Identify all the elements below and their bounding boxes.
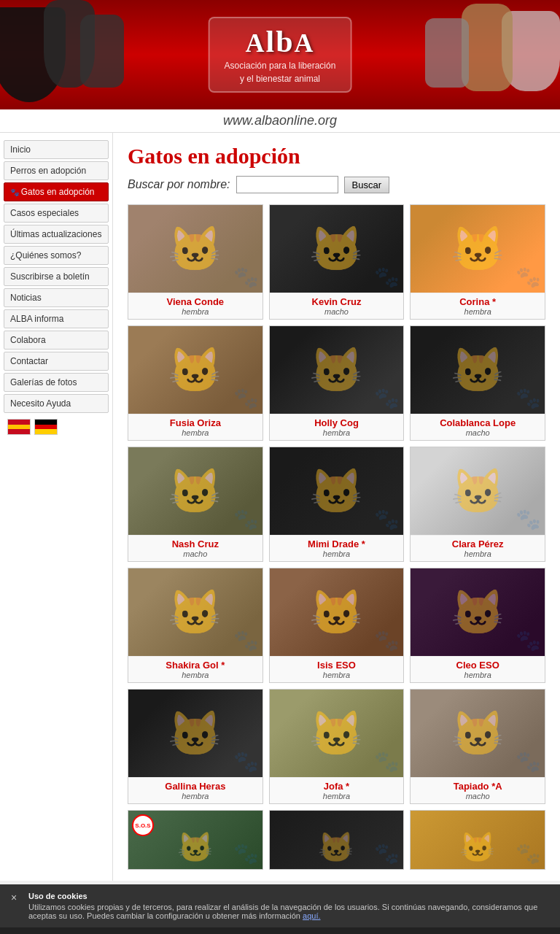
cat-info-cleo-eso: Cleo ESO hembra xyxy=(411,656,545,682)
bottom-bar: ↻ www.albaonline.org/Gatos-e ••• xyxy=(0,927,560,934)
cat-photo-kevin-cruz: 🐱 xyxy=(270,205,404,293)
cat-name: Clara Pérez xyxy=(415,539,540,549)
cat-gender: hembra xyxy=(133,792,258,800)
sidebar-item-necesito-ayuda[interactable]: Necesito Ayuda xyxy=(4,394,109,413)
cookie-more-link[interactable]: aquí. xyxy=(303,911,320,920)
sidebar-item-gatos[interactable]: Gatos en adopción xyxy=(4,182,109,201)
cat-photo-corina: 🐱 xyxy=(411,205,545,293)
cat-name: Holly Cog xyxy=(274,417,400,428)
flag-spanish[interactable] xyxy=(7,419,31,435)
cat-info-tapiado: Tapiado *A macho xyxy=(411,777,545,803)
cat-photo-viena-conde: 🐱 xyxy=(128,205,262,293)
cat-name: Isis ESO xyxy=(274,660,400,671)
cat-card-isis-eso[interactable]: 🐱 Isis ESO hembra xyxy=(269,568,405,683)
cat-photo-sos: S.O.S 🐱 xyxy=(128,811,262,869)
sidebar-item-quienes[interactable]: ¿Quiénes somos? xyxy=(4,246,109,265)
cat-photo-cleo-eso: 🐱 xyxy=(411,568,545,656)
cat-name: Fusia Oriza xyxy=(133,417,258,428)
cat-gender: hembra xyxy=(133,428,258,437)
cat-gender: hembra xyxy=(415,671,540,679)
main-layout: Inicio Perros en adopción Gatos en adopc… xyxy=(0,133,560,881)
sidebar-item-noticias[interactable]: Noticias xyxy=(4,288,109,307)
logo-title: AlbA xyxy=(225,24,336,59)
sidebar-item-contactar[interactable]: Contactar xyxy=(4,352,109,371)
sidebar-item-perros[interactable]: Perros en adopción xyxy=(4,161,109,180)
cat-photo-holly-cog: 🐱 xyxy=(270,326,404,414)
cat-name: Tapiado *A xyxy=(415,781,540,792)
cookie-bar: × Uso de cookies Utilizamos cookies prop… xyxy=(0,884,560,927)
cookie-close-button[interactable]: × xyxy=(11,892,21,903)
cat-info-shakira-gol: Shakira Gol * hembra xyxy=(128,656,262,682)
sidebar: Inicio Perros en adopción Gatos en adopc… xyxy=(0,133,113,881)
cat-photo-colablanca-lope: 🐱 xyxy=(411,326,545,414)
cat-card-tapiado[interactable]: 🐱 Tapiado *A macho xyxy=(410,689,545,804)
cat-photo-partial-3: 🐱 xyxy=(411,811,545,869)
cat-photo-fusia-oriza: 🐱 xyxy=(128,326,262,414)
cat-gender: macho xyxy=(415,428,540,437)
cat-photo-shakira-gol: 🐱 xyxy=(128,568,262,656)
flag-german[interactable] xyxy=(34,419,58,435)
cat-card-sos[interactable]: S.O.S 🐱 xyxy=(128,810,263,870)
sidebar-item-inicio[interactable]: Inicio xyxy=(4,140,109,159)
cat-card-gallina-heras[interactable]: 🐱 Gallina Heras hembra xyxy=(128,689,263,804)
cat-card-shakira-gol[interactable]: 🐱 Shakira Gol * hembra xyxy=(128,568,263,683)
sidebar-item-actualizaciones[interactable]: Últimas actualizaciones xyxy=(4,225,109,244)
cat-info-viena-conde: Viena Conde hembra xyxy=(128,293,262,319)
logo-subtitle: Asociación para la liberación y el biene… xyxy=(225,59,336,85)
language-flags xyxy=(4,419,109,435)
search-button[interactable]: Buscar xyxy=(344,177,389,193)
cat-name: Colablanca Lope xyxy=(415,417,540,428)
cat-name: Nash Cruz xyxy=(133,539,258,549)
page-title: Gatos en adopción xyxy=(128,144,545,169)
cat-gender: hembra xyxy=(133,671,258,679)
cat-name: Mimi Drade * xyxy=(274,539,400,549)
sos-badge: S.O.S xyxy=(132,814,154,836)
sidebar-item-colabora[interactable]: Colabora xyxy=(4,331,109,350)
cat-name: Cleo ESO xyxy=(415,660,540,671)
sidebar-item-galerias[interactable]: Galerías de fotos xyxy=(4,373,109,392)
sidebar-item-suscribirse[interactable]: Suscribirse a boletín xyxy=(4,267,109,286)
cat-photo-isis-eso: 🐱 xyxy=(270,568,404,656)
sidebar-item-alba-informa[interactable]: ALBA informa xyxy=(4,309,109,328)
cat-photo-partial-2: 🐱 xyxy=(270,811,404,869)
cat-card-holly-cog[interactable]: 🐱 Holly Cog hembra xyxy=(269,325,405,441)
cat-gender: hembra xyxy=(274,792,400,800)
cat-gender: hembra xyxy=(274,671,400,679)
cat-info-kevin-cruz: Kevin Cruz macho xyxy=(270,293,404,319)
search-input[interactable] xyxy=(236,176,338,193)
cat-name: Viena Conde xyxy=(133,296,258,307)
cat-photo-tapiado: 🐱 xyxy=(411,690,545,777)
search-label: Buscar por nombre: xyxy=(128,178,230,191)
cat-card-colablanca-lope[interactable]: 🐱 Colablanca Lope macho xyxy=(410,325,545,441)
cat-info-jofa: Jofa * hembra xyxy=(270,777,404,803)
cat-info-fusia-oriza: Fusia Oriza hembra xyxy=(128,414,262,440)
cat-card-cleo-eso[interactable]: 🐱 Cleo ESO hembra xyxy=(410,568,545,683)
cat-gender: hembra xyxy=(274,549,400,558)
site-header: AlbA Asociación para la liberación y el … xyxy=(0,0,560,109)
cat-photo-clara-perez: 🐱 xyxy=(411,447,545,535)
cat-gender: macho xyxy=(133,549,258,558)
cat-name: Shakira Gol * xyxy=(133,660,258,671)
main-content: Gatos en adopción Buscar por nombre: Bus… xyxy=(113,133,560,881)
cat-card-kevin-cruz[interactable]: 🐱 Kevin Cruz macho xyxy=(269,204,405,320)
cat-card-nash-cruz[interactable]: 🐱 Nash Cruz macho xyxy=(128,447,263,562)
cat-info-nash-cruz: Nash Cruz macho xyxy=(128,535,262,561)
cat-card-mimi-drade[interactable]: 🐱 Mimi Drade * hembra xyxy=(269,447,405,562)
search-bar: Buscar por nombre: Buscar xyxy=(128,176,545,193)
sidebar-item-casos[interactable]: Casos especiales xyxy=(4,204,109,223)
cat-card-fusia-oriza[interactable]: 🐱 Fusia Oriza hembra xyxy=(128,325,263,441)
cat-gender: hembra xyxy=(133,307,258,316)
cookie-title: Uso de cookies xyxy=(28,892,549,900)
cat-card-partial-3[interactable]: 🐱 xyxy=(410,810,545,870)
cat-card-jofa[interactable]: 🐱 Jofa * hembra xyxy=(269,689,405,804)
cat-card-corina[interactable]: 🐱 Corina * hembra xyxy=(410,204,545,320)
cat-info-mimi-drade: Mimi Drade * hembra xyxy=(270,535,404,561)
cat-card-viena-conde[interactable]: 🐱 Viena Conde hembra xyxy=(128,204,263,320)
cat-card-clara-perez[interactable]: 🐱 Clara Pérez hembra xyxy=(410,447,545,562)
cat-info-gallina-heras: Gallina Heras hembra xyxy=(128,777,262,803)
cat-info-isis-eso: Isis ESO hembra xyxy=(270,656,404,682)
cat-gender: hembra xyxy=(415,307,540,316)
cat-name: Gallina Heras xyxy=(133,781,258,792)
cookie-body: Utilizamos cookies propias y de terceros… xyxy=(28,903,549,920)
cat-card-partial-2[interactable]: 🐱 xyxy=(269,810,405,870)
